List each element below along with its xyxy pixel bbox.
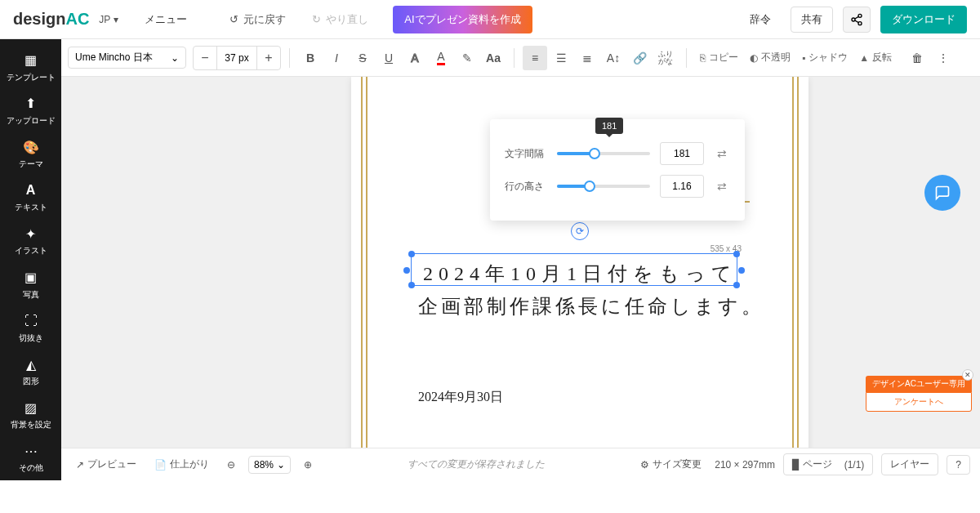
share-button[interactable]: 共有 [791,7,833,33]
sidebar-item-template[interactable]: ▦テンプレート [0,46,61,89]
text-line-2[interactable]: 企画部制作課係長に任命します。 [418,293,764,319]
text-case-button[interactable]: Aa [481,46,506,70]
survey-close-button[interactable]: ✕ [962,369,973,381]
ai-generate-button[interactable]: AIでプレゼン資料を作成 [393,6,532,33]
sidebar-item-illust[interactable]: ✦イラスト [0,220,61,263]
canvas[interactable]: 山田 二郎 殿 ⟳ 535 x 43 2024年10月1日付をもって 企画部制作… [61,77,980,448]
shape-icon: ◭ [23,356,39,372]
copy-button[interactable]: ⎘ コピー [695,51,743,65]
resize-handle-l[interactable] [403,267,410,274]
survey-widget: デザインACユーザー専用✕ アンケートへ [866,376,972,412]
font-selector[interactable]: Ume Mincho 日本⌄ [68,47,186,69]
chat-icon [934,185,951,201]
dots-icon: ⋯ [23,443,39,459]
font-size-group: − + [193,46,281,70]
char-spacing-label: 文字間隔 [505,147,547,161]
palette-icon: 🎨 [23,139,39,155]
slider-tooltip: 181 [595,118,623,134]
char-spacing-input[interactable] [660,142,704,165]
sidebar-item-upload[interactable]: ⬆アップロード [0,89,61,132]
canvas-dimensions: 210 × 297mm [715,459,775,471]
upload-icon: ⬆ [23,96,39,112]
sparkle-icon: ✦ [23,225,39,242]
image-icon: ▣ [23,270,39,286]
bottom-bar: ↗ プレビュー 📄 仕上がり ⊖ 88% ⌄ ⊕ すべての変更が保存されました … [61,448,980,480]
shadow-button[interactable]: ▪ シャドウ [797,51,853,65]
help-button[interactable]: ? [947,455,970,475]
line-spacing-button[interactable]: ≣ [575,46,599,70]
sidebar: ▦テンプレート ⬆アップロード 🎨テーマ Aテキスト ✦イラスト ▣写真 ⛶切抜… [0,39,61,480]
svg-line-3 [855,16,859,19]
logo: designAC [13,10,89,29]
undo-button[interactable]: ↺ 元に戻す [221,7,294,32]
line-height-slider[interactable] [557,178,650,194]
zoom-in-button[interactable]: ⊕ [299,456,317,474]
resize-handle-bl[interactable] [408,282,415,288]
background-icon: ▨ [23,399,39,416]
svg-point-0 [858,14,862,17]
sidebar-item-theme[interactable]: 🎨テーマ [0,132,61,176]
language-selector[interactable]: JP ▾ [99,14,118,25]
page-selector[interactable]: ▉ ページ (1/1) [783,453,873,475]
italic-button[interactable]: I [324,46,349,70]
preview-button[interactable]: ↗ プレビュー [71,454,141,475]
rotate-handle[interactable]: ⟳ [571,222,589,240]
ruby-button[interactable]: ふりがな [653,46,678,70]
redo-button[interactable]: ↻ やり直し [304,7,376,32]
font-size-input[interactable] [216,47,257,69]
font-outline-button[interactable]: A [403,46,427,70]
align-button[interactable]: ≡ [523,46,547,70]
crop-icon: ⛶ [23,313,39,329]
text-line-1[interactable]: 2024年10月1日付をもって [423,261,737,287]
finish-button[interactable]: 📄 仕上がり [149,454,214,475]
sidebar-item-background[interactable]: ▨背景を設定 [0,394,61,437]
save-status: すべての変更が保存されました [408,457,545,471]
survey-link[interactable]: アンケートへ [866,392,972,412]
resize-handle-r[interactable] [738,267,745,274]
line-height-input[interactable] [660,175,704,198]
sidebar-item-text[interactable]: Aテキスト [0,176,61,220]
sidebar-item-other[interactable]: ⋯その他 [0,437,61,480]
layer-button[interactable]: レイヤー [881,453,938,475]
strikethrough-button[interactable]: S [350,46,375,70]
line-height-label: 行の高さ [505,180,547,194]
chat-fab[interactable] [924,175,960,211]
flip-button[interactable]: ▲ 反転 [854,51,897,65]
sidebar-item-cutout[interactable]: ⛶切抜き [0,306,61,350]
menu-label[interactable]: メニュー [145,12,187,27]
char-spacing-reset[interactable]: ⇄ [714,145,730,162]
more-button[interactable]: ⋮ [931,46,956,70]
opacity-button[interactable]: ◐ 不透明 [745,51,795,65]
resize-handle-tl[interactable] [408,251,415,257]
resize-button[interactable]: ⚙ サイズ変更 [635,454,706,475]
share-icon-button[interactable] [843,7,871,33]
svg-line-4 [855,20,859,23]
line-height-reset[interactable]: ⇄ [714,178,730,194]
list-button[interactable]: ☰ [549,46,573,70]
text-icon: A [23,182,39,199]
decrease-size-button[interactable]: − [194,47,216,69]
dictionary-button[interactable]: 辞令 [740,7,781,32]
share-icon [850,13,863,26]
delete-button[interactable]: 🗑 [905,46,929,70]
sidebar-item-shape[interactable]: ◭図形 [0,350,61,393]
survey-header: デザインACユーザー専用✕ [866,376,972,392]
download-button[interactable]: ダウンロード [880,6,967,33]
highlight-button[interactable]: ✎ [455,46,479,70]
sidebar-item-photo[interactable]: ▣写真 [0,263,61,306]
svg-point-1 [852,18,855,21]
char-spacing-slider[interactable]: 181 [557,145,650,162]
zoom-out-button[interactable]: ⊖ [222,456,240,474]
underline-button[interactable]: U [376,46,401,70]
text-color-button[interactable]: A [429,46,453,70]
text-toolbar: Ume Mincho 日本⌄ − + B I S U A A ✎ Aa ≡ ☰ … [61,39,980,77]
resize-handle-tr[interactable] [733,251,740,257]
vertical-text-button[interactable]: A↕ [601,46,626,70]
spacing-popover: 文字間隔 181 ⇄ 行の高さ ⇄ [490,119,745,221]
svg-point-2 [858,21,862,25]
zoom-selector[interactable]: 88% ⌄ [248,456,291,474]
document-date[interactable]: 2024年9月30日 [418,389,503,406]
bold-button[interactable]: B [298,46,323,70]
increase-size-button[interactable]: + [257,47,280,69]
link-button[interactable]: 🔗 [627,46,652,70]
